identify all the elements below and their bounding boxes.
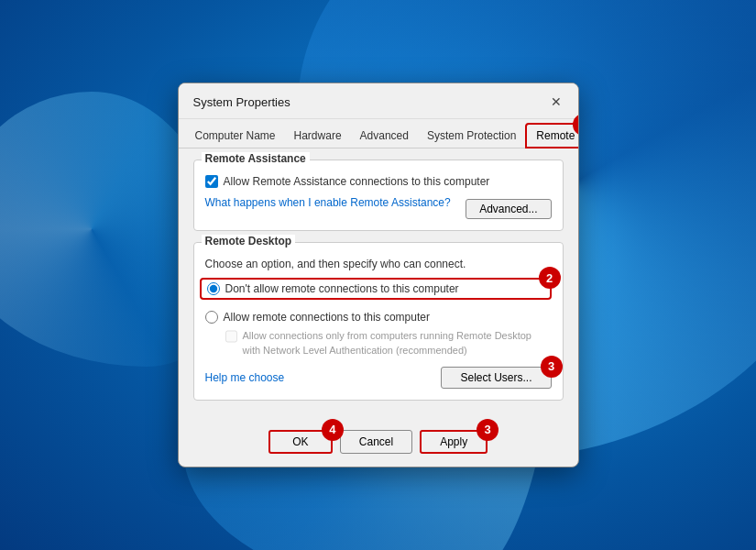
remote-assistance-help-link[interactable]: What happens when I enable Remote Assist… <box>205 196 451 209</box>
remote-desktop-section: Remote Desktop Choose an option, and the… <box>193 242 564 401</box>
tabs-container: Computer Name Hardware Advanced System P… <box>179 119 578 148</box>
allow-remote-radio-row: Allow remote connections to this compute… <box>205 311 552 324</box>
tab-advanced[interactable]: Advanced <box>351 123 418 148</box>
select-users-button[interactable]: Select Users... <box>441 367 551 389</box>
cancel-button[interactable]: Cancel <box>340 430 412 454</box>
dialog-title: System Properties <box>193 95 290 109</box>
help-me-choose-link[interactable]: Help me choose <box>205 371 285 384</box>
title-bar: System Properties ✕ <box>179 83 578 119</box>
allow-remote-label: Allow remote connections to this compute… <box>224 311 430 324</box>
dont-allow-label: Don't allow remote connections to this c… <box>225 282 459 295</box>
tab-hardware[interactable]: Hardware <box>285 123 351 148</box>
remote-desktop-title: Remote Desktop <box>202 235 296 248</box>
dont-allow-radio[interactable] <box>207 282 220 295</box>
select-users-container: Select Users... 3 <box>441 367 551 389</box>
dialog-overlay: System Properties ✕ Computer Name Hardwa… <box>0 0 756 550</box>
dialog-content: Remote Assistance Allow Remote Assistanc… <box>179 148 578 423</box>
tab-remote-wrapper: Remote 1 <box>525 123 578 148</box>
remote-assistance-section: Remote Assistance Allow Remote Assistanc… <box>193 160 564 231</box>
dialog-footer: OK 4 Cancel Apply 3 <box>179 423 578 467</box>
ok-button-container: OK 4 <box>268 430 333 454</box>
nla-checkbox[interactable] <box>225 330 237 343</box>
remote-desktop-description: Choose an option, and then specify who c… <box>205 258 552 270</box>
tab-computer-name[interactable]: Computer Name <box>186 123 285 148</box>
remote-desktop-bottom: Help me choose Select Users... 3 <box>205 367 552 389</box>
tab-system-protection[interactable]: System Protection <box>418 123 525 148</box>
badge-4: 4 <box>322 419 344 441</box>
allow-remote-assistance-label: Allow Remote Assistance connections to t… <box>224 175 490 188</box>
tab-remote[interactable]: Remote <box>525 123 578 148</box>
system-properties-dialog: System Properties ✕ Computer Name Hardwa… <box>178 82 579 468</box>
allow-remote-assistance-checkbox[interactable] <box>205 175 218 188</box>
badge-2: 2 <box>539 267 561 289</box>
nla-sub-option: Allow connections only from computers ru… <box>225 329 552 358</box>
dont-allow-radio-row: Don't allow remote connections to this c… <box>200 278 552 300</box>
nla-label: Allow connections only from computers ru… <box>243 329 552 358</box>
badge-3: 3 <box>541 356 563 378</box>
allow-remote-assistance-row: Allow Remote Assistance connections to t… <box>205 175 552 188</box>
remote-assistance-title: Remote Assistance <box>202 152 310 165</box>
apply-button-container: Apply 3 <box>420 430 488 454</box>
close-button[interactable]: ✕ <box>545 91 567 113</box>
badge-3-apply: 3 <box>477 419 499 441</box>
allow-remote-radio[interactable] <box>205 311 218 324</box>
advanced-button[interactable]: Advanced... <box>466 199 551 219</box>
